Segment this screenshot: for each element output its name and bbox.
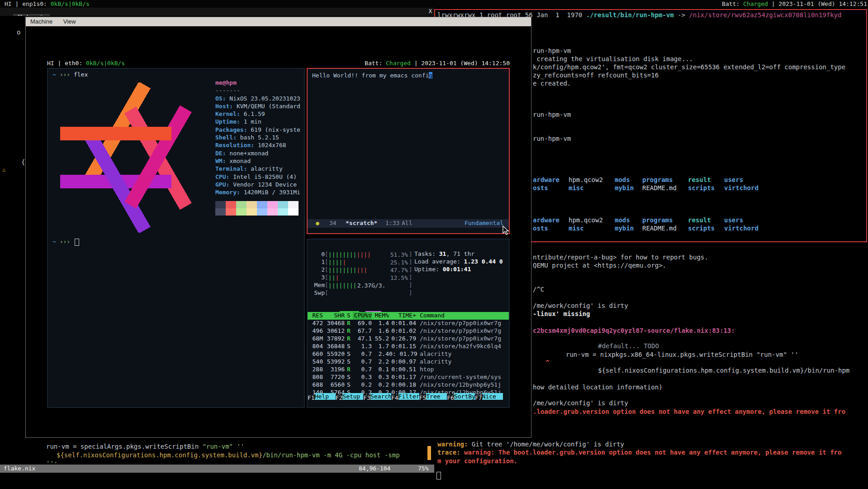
- prompt-path: ~: [52, 238, 60, 245]
- cpu-meter: 3[|||12.5%]: [311, 273, 413, 281]
- symlink-name: ./result/bin/run-hpm-vm: [586, 11, 674, 19]
- column-header[interactable]: SHR: [323, 312, 345, 320]
- tab-close-button[interactable]: X: [429, 8, 432, 14]
- file-name: hpm.qcow2: [569, 176, 615, 184]
- terminal-line: /me/work/config' is dirty: [533, 399, 628, 407]
- fkey-filter[interactable]: F4Filter: [391, 393, 419, 401]
- qemu-window[interactable]: Machine View HI | eth0: 0kB/s|0kB/s Batt…: [25, 17, 531, 438]
- meter-label: 1: [311, 258, 325, 266]
- typed-command: flex: [74, 71, 88, 78]
- terminal-line: ${self.nixosConfigurations.hpm.config.sy…: [598, 366, 849, 374]
- vm-htop-window[interactable]: 0[||||||||||||51.3%] 1[|||||25.1%] 2[|||…: [307, 239, 510, 408]
- directory-name: mybin: [615, 224, 642, 232]
- scroll-indicator[interactable]: [427, 446, 431, 460]
- meter-bar: ||: [328, 274, 336, 281]
- directory-name: misc: [569, 224, 615, 232]
- buffer-text: Hello World!! from my emacs confi: [312, 72, 429, 79]
- neofetch-value: none+xmonad: [229, 150, 268, 157]
- error-line: m your configuration.: [437, 457, 517, 465]
- directory-name: osts: [533, 224, 569, 232]
- meter-value: 25.1%: [390, 259, 408, 266]
- process-row[interactable]: 66055920S0.72.40: 01.79alacritty: [308, 350, 509, 358]
- directory-name: virtchord: [724, 225, 759, 232]
- directory-name: users: [724, 176, 743, 183]
- neofetch-entry: OSNixOS 23.05.20231023: [215, 95, 300, 102]
- neofetch-entry: Terminalalacritty: [215, 165, 300, 173]
- fkey-nice[interactable]: F7Nice: [475, 393, 503, 401]
- editor-text-fragment: o: [17, 28, 20, 36]
- modeline-major-mode[interactable]: Fundamental: [465, 220, 503, 226]
- neofetch-value: Intel i5-8250U (4): [233, 173, 297, 180]
- column-header[interactable]: S: [345, 312, 353, 320]
- directory-name: scripts: [688, 184, 724, 192]
- terminal-line: run-hpm-vm: [533, 134, 571, 143]
- vm-emacs-window[interactable]: Hello World!! from my emacs config ● 34 …: [307, 68, 510, 234]
- neofetch-label: CPU: [215, 173, 233, 180]
- meter-label: Mem: [311, 281, 325, 289]
- neofetch-entry: GPUVendor 1234 Device: [215, 181, 300, 188]
- shell-prompt: ~ ›››: [52, 238, 79, 246]
- code-line: ${self.nixosConfigurations.hpm.config.sy…: [57, 451, 403, 459]
- menu-view[interactable]: View: [59, 17, 81, 26]
- error-text: warning: The boot.loader.grub.version op…: [464, 449, 841, 456]
- process-row[interactable]: 49630612R67.71.60:01.02/nix/store/p7pp0i…: [308, 327, 509, 335]
- column-header[interactable]: MEM%: [372, 312, 389, 320]
- terminal-line: -linux' missing: [533, 310, 590, 318]
- fkey-sortby[interactable]: F6SortBy: [447, 393, 475, 401]
- palette-swatch: [288, 201, 299, 208]
- file-name: README.md: [642, 184, 688, 192]
- process-row[interactable]: 80436848S1.31.70:01.15/nix/store/ha2fv9k…: [308, 343, 509, 350]
- column-header[interactable]: RES: [308, 312, 323, 320]
- code-line: run-vm = specialArgs.pkgs.writeScriptBin…: [46, 442, 244, 451]
- uptime-stat: Uptime: 00:01:41: [414, 266, 471, 273]
- modeline-buffer-name[interactable]: *scratch*: [346, 220, 377, 226]
- column-header-sort[interactable]: CPU%▽: [353, 312, 372, 320]
- palette-swatch: [247, 201, 257, 208]
- process-row[interactable]: 8087720S0.30.30:01.17/run/current-system…: [308, 374, 509, 381]
- directory-name: programs: [642, 176, 688, 184]
- htop-header-row[interactable]: RES SHR S CPU%▽ MEM% TIME+ Command: [308, 312, 509, 320]
- warning-sign-icon: ⚠: [2, 166, 6, 174]
- swap-meter: Swp[]: [311, 289, 413, 297]
- neofetch-entry: CPUIntel i5-8250U (4): [215, 173, 300, 181]
- stat-extra: , 71 thr: [446, 250, 474, 257]
- meter-bar: ||||: [356, 251, 370, 258]
- neofetch-value: 6.1.59: [244, 110, 265, 117]
- fkey-tree[interactable]: F5Tree: [419, 393, 447, 401]
- meter-value: 12.5%: [390, 274, 408, 281]
- neofetch-label: OS: [215, 95, 229, 102]
- emacs-cursor: g: [429, 72, 432, 79]
- stat-label: Tasks:: [414, 250, 439, 257]
- vm-terminal-window[interactable]: ~ ››› flex me@hpm ------- OSNixOS 23.05.…: [47, 68, 305, 408]
- fkey-help[interactable]: F1Help: [308, 393, 336, 401]
- process-row[interactable]: 54053992S0.72.20:00.97alacritty: [308, 358, 509, 366]
- neofetch-value: 1420MiB / 3931Mi: [244, 189, 300, 196]
- terminal-line: run-vm = nixpkgs.x86_64-linux.pkgs.write…: [566, 350, 798, 359]
- fkey-setup[interactable]: F2Setup: [336, 393, 364, 401]
- process-row[interactable]: 47230468R69.01.40:01.04/nix/store/p7pp0i…: [308, 320, 509, 327]
- cpu-meter: 1[|||||25.1%]: [311, 258, 413, 266]
- palette-swatch: [226, 201, 236, 208]
- directory-name: virtchord: [724, 184, 759, 192]
- column-header[interactable]: TIME+: [389, 312, 416, 320]
- vm-network-speeds: 0kB/s|0kB/s: [86, 60, 125, 67]
- warning-line: warning: Git tree '/home/me/work/config'…: [437, 440, 624, 448]
- neofetch-value: NixOS 23.05.20231023: [229, 95, 300, 102]
- prompt-chevrons: ›››: [60, 71, 74, 78]
- terminal-line: e created.: [533, 79, 571, 87]
- editor-tabline: flake.nix b/main.nix b/hpm.nix u/m/defau…: [0, 8, 434, 16]
- prompt-chevrons: ›››: [60, 238, 74, 245]
- error-caret: ^: [545, 359, 549, 367]
- process-row[interactable]: 2883196R0.70.10:00.51htop: [308, 366, 509, 374]
- neofetch-label: Uptime: [215, 118, 244, 125]
- process-row[interactable]: 68M37892R47.155.20:26.79/nix/store/p7pp0…: [308, 335, 509, 343]
- neofetch-value: Vendor 1234 Device: [233, 181, 297, 188]
- menu-machine[interactable]: Machine: [26, 17, 57, 26]
- stat-label: Uptime:: [414, 266, 443, 273]
- editor-statusline: flake.nix 84,96-104 75%: [0, 465, 434, 473]
- process-row[interactable]: 6886560S0.20.20:00.18/nix/store/12bynbp6…: [308, 381, 509, 389]
- neofetch-value: alacritty: [251, 165, 282, 172]
- column-header[interactable]: Command: [416, 312, 509, 320]
- fkey-search[interactable]: F3Search: [363, 393, 391, 401]
- host-interface-label: HI | enp1s0:: [5, 0, 51, 7]
